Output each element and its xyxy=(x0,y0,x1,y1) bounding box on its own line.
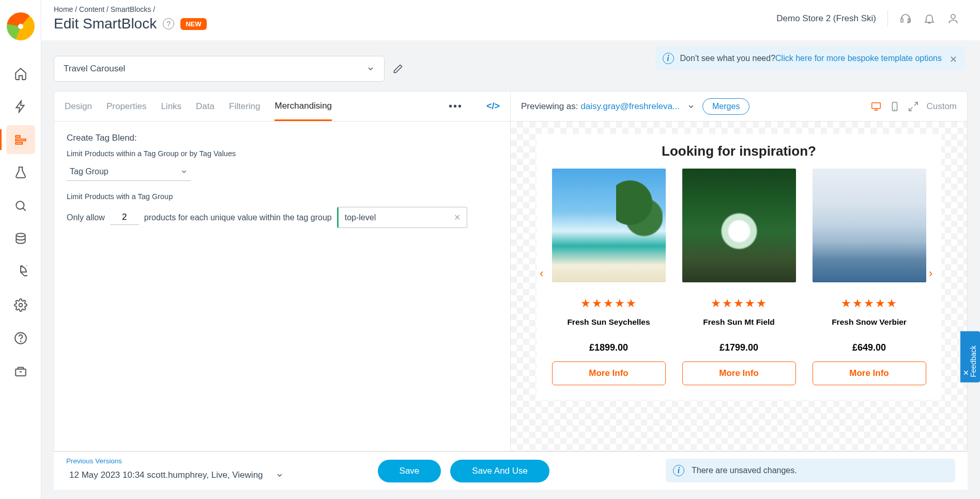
custom-label[interactable]: Custom xyxy=(926,101,957,112)
svg-rect-1 xyxy=(16,139,26,141)
tag-input[interactable]: top-level ✕ xyxy=(337,207,467,228)
block-title-select[interactable]: Travel Carousel xyxy=(54,56,385,82)
product-price: £649.00 xyxy=(813,342,926,353)
bolt-icon xyxy=(14,100,27,113)
user-icon[interactable] xyxy=(947,12,959,25)
svg-point-7 xyxy=(19,304,22,307)
svg-line-5 xyxy=(23,208,25,210)
preview-panel: Previewing as: daisy.gray@freshreleva...… xyxy=(511,92,967,451)
preview-surface: Looking for inspiration? ‹ › ★★★★★ Fresh… xyxy=(511,122,967,451)
crumb-home[interactable]: Home xyxy=(54,5,73,13)
block-title-value: Travel Carousel xyxy=(64,64,125,74)
more-info-button[interactable]: More Info xyxy=(552,361,666,385)
chevron-down-icon xyxy=(180,168,188,175)
new-badge: NEW xyxy=(180,18,206,30)
clear-icon[interactable]: ✕ xyxy=(454,213,461,222)
tab-design[interactable]: Design xyxy=(65,93,92,120)
crumb-smartblocks[interactable]: SmartBlocks xyxy=(111,5,151,13)
tag-group-select[interactable]: Tag Group xyxy=(67,163,191,181)
svg-rect-13 xyxy=(908,19,910,22)
tab-filtering[interactable]: Filtering xyxy=(229,93,260,120)
info-icon: i xyxy=(673,465,684,476)
limit-label: Limit Products within a Tag Group or by … xyxy=(67,149,498,158)
carousel-title: Looking for inspiration? xyxy=(542,143,936,159)
svg-rect-10 xyxy=(16,369,26,376)
nav-archive[interactable] xyxy=(6,357,35,386)
tab-properties[interactable]: Properties xyxy=(106,93,146,120)
chevron-down-icon[interactable] xyxy=(687,102,695,111)
product-image xyxy=(813,169,926,282)
carousel-next-icon[interactable]: › xyxy=(929,267,938,276)
product-name: Fresh Snow Verbier xyxy=(813,317,926,327)
top-bar: Home / Content / SmartBlocks / Edit Smar… xyxy=(41,0,980,40)
close-icon[interactable]: ✕ xyxy=(950,54,957,65)
nav-home[interactable] xyxy=(6,59,35,88)
chevron-down-icon xyxy=(366,65,375,73)
edit-icon[interactable] xyxy=(393,64,403,74)
star-rating: ★★★★★ xyxy=(552,297,666,310)
chevron-down-icon xyxy=(275,471,284,479)
product-image xyxy=(682,169,796,282)
nav-settings[interactable] xyxy=(6,291,35,320)
svg-line-20 xyxy=(914,102,917,105)
product-card: ★★★★★ Fresh Snow Verbier £649.00 More In… xyxy=(813,169,926,385)
more-info-button[interactable]: More Info xyxy=(682,361,796,385)
nav-smartblocks[interactable] xyxy=(6,125,35,154)
save-button[interactable]: Save xyxy=(378,460,441,482)
desktop-icon[interactable] xyxy=(870,101,882,112)
only-allow-suffix: products for each unique value within th… xyxy=(144,213,332,222)
help-icon xyxy=(14,331,27,345)
limit2-label: Limit Products with a Tag Group xyxy=(67,192,498,201)
tab-links[interactable]: Links xyxy=(161,93,181,120)
nav-reports[interactable] xyxy=(6,258,35,286)
merges-button[interactable]: Merges xyxy=(702,98,749,115)
unsaved-text: There are unsaved changes. xyxy=(692,466,797,475)
headset-icon[interactable] xyxy=(899,12,912,25)
crumb-content[interactable]: Content xyxy=(79,5,104,13)
more-icon[interactable]: ••• xyxy=(449,100,463,112)
store-name: Demo Store 2 (Fresh Ski) xyxy=(776,13,876,24)
save-and-use-button[interactable]: Save And Use xyxy=(450,460,549,482)
nav-experiments[interactable] xyxy=(6,158,35,187)
home-icon xyxy=(14,67,27,80)
info-banner: i Don't see what you need? Click here fo… xyxy=(655,47,964,70)
svg-rect-12 xyxy=(901,19,903,22)
product-price: £1899.00 xyxy=(552,342,666,353)
info-link[interactable]: Click here for more bespoke template opt… xyxy=(775,54,942,63)
feedback-tab[interactable]: ✕ Feedback xyxy=(960,331,980,382)
flask-icon xyxy=(14,166,27,179)
version-select[interactable]: 12 May 2023 10:34 scott.humphrey, Live, … xyxy=(66,468,287,482)
mobile-icon[interactable] xyxy=(889,101,900,112)
footer-bar: Previous Versions 12 May 2023 10:34 scot… xyxy=(54,451,968,490)
code-icon[interactable]: </> xyxy=(486,101,500,112)
svg-rect-15 xyxy=(872,102,881,108)
bell-icon[interactable] xyxy=(923,12,936,25)
expand-icon[interactable] xyxy=(908,101,919,112)
nav-triggers[interactable] xyxy=(6,92,35,121)
version-value: 12 May 2023 10:34 scott.humphrey, Live, … xyxy=(69,470,263,480)
only-allow-prefix: Only allow xyxy=(67,213,105,222)
svg-point-14 xyxy=(951,14,955,19)
tab-data[interactable]: Data xyxy=(196,93,215,120)
page-title: Edit SmartBlock xyxy=(54,16,157,32)
nav-data[interactable] xyxy=(6,224,35,253)
product-name: Fresh Sun Seychelles xyxy=(552,317,666,327)
breadcrumb: Home / Content / SmartBlocks / xyxy=(54,5,207,13)
more-info-button[interactable]: More Info xyxy=(813,361,926,385)
help-circle-icon[interactable]: ? xyxy=(163,18,174,29)
preview-email[interactable]: daisy.gray@freshreleva... xyxy=(580,101,680,111)
form-heading: Create Tag Blend: xyxy=(67,133,498,143)
product-price: £1799.00 xyxy=(682,342,796,353)
nav-help[interactable] xyxy=(6,324,35,353)
info-icon: i xyxy=(663,53,674,64)
previous-versions-link[interactable]: Previous Versions xyxy=(66,457,287,465)
carousel-prev-icon[interactable]: ‹ xyxy=(540,267,549,276)
count-input[interactable] xyxy=(110,210,139,225)
close-icon[interactable]: ✕ xyxy=(963,369,969,377)
tab-merchandising[interactable]: Merchandising xyxy=(274,93,332,121)
product-card: ★★★★★ Fresh Sun Seychelles £1899.00 More… xyxy=(552,169,666,385)
product-image xyxy=(552,169,666,282)
tag-value: top-level xyxy=(345,213,376,222)
svg-rect-2 xyxy=(16,142,22,144)
nav-search[interactable] xyxy=(6,191,35,220)
